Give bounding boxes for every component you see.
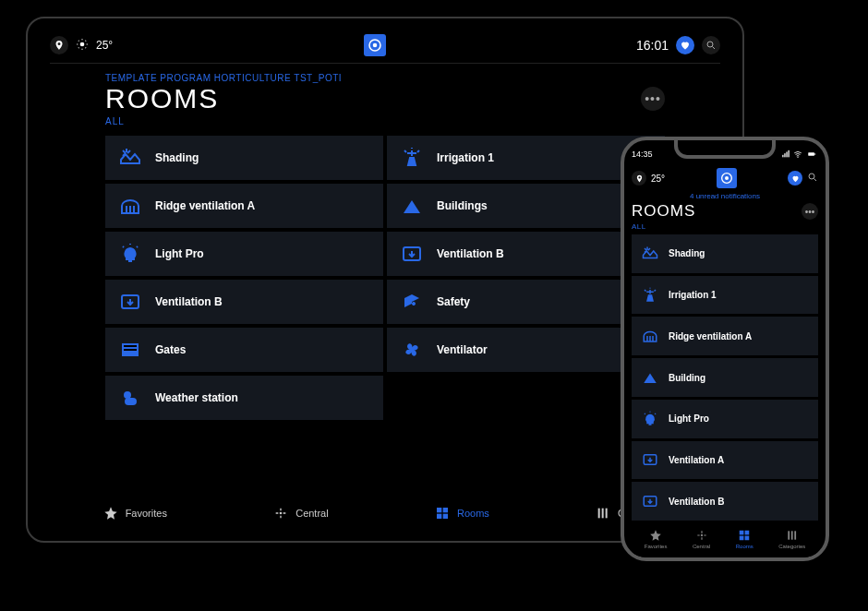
irrigation-icon xyxy=(641,286,659,305)
nav-label: Central xyxy=(295,508,328,519)
divider xyxy=(50,63,720,64)
brand-logo[interactable] xyxy=(717,168,737,188)
central-icon xyxy=(273,506,288,521)
room-label: Irrigation 1 xyxy=(437,151,494,164)
phone-bottom-nav: Favorites Central Rooms Categories xyxy=(632,521,818,557)
fan-icon xyxy=(400,338,424,362)
room-card[interactable]: Shading xyxy=(105,136,383,180)
rooms-list: ShadingIrrigation 1Ridge ventilation ABu… xyxy=(632,234,818,521)
search-icon[interactable] xyxy=(702,36,720,54)
star-icon xyxy=(103,506,118,521)
nav-label: Central xyxy=(693,544,710,549)
signal-icon xyxy=(781,150,790,159)
nav-central[interactable]: Central xyxy=(693,529,710,549)
safety-icon xyxy=(400,290,424,314)
nav-favorites[interactable]: Favorites xyxy=(645,529,668,549)
nav-categories[interactable]: Categories xyxy=(778,529,805,549)
search-icon[interactable] xyxy=(807,170,818,186)
room-card[interactable]: Weather station xyxy=(105,376,383,420)
page-title: ROOMS xyxy=(632,202,695,221)
location-icon[interactable] xyxy=(632,171,646,186)
room-label: Ridge ventilation A xyxy=(155,199,255,212)
wifi-icon xyxy=(793,150,802,159)
clock: 16:01 xyxy=(636,38,669,53)
notification-banner[interactable]: 4 unread notifications xyxy=(632,192,818,200)
room-label: Building xyxy=(669,373,705,383)
room-label: Light Pro xyxy=(669,413,709,424)
phone-notch xyxy=(674,140,776,159)
room-label: Ventilation B xyxy=(155,295,223,308)
breadcrumb[interactable]: TEMPLATE PROGRAM HORTICULTURE TST_POTI xyxy=(105,73,720,83)
buildings-icon xyxy=(641,368,659,387)
room-label: Ventilation B xyxy=(669,497,725,507)
brand-logo[interactable] xyxy=(364,34,386,56)
phone-header: 25° xyxy=(632,168,818,188)
categories-icon xyxy=(596,506,610,521)
ridge-icon xyxy=(641,327,659,345)
room-card[interactable]: Gates xyxy=(105,328,383,372)
nav-rooms[interactable]: Rooms xyxy=(435,506,489,521)
central-icon xyxy=(695,529,708,542)
page-title: ROOMS xyxy=(105,83,219,114)
nav-label: Rooms xyxy=(457,508,489,519)
temperature: 25° xyxy=(96,39,113,52)
filter-all[interactable]: ALL xyxy=(632,222,818,231)
room-label: Buildings xyxy=(437,199,488,212)
filter-all[interactable]: ALL xyxy=(105,116,720,126)
ventbox-icon xyxy=(118,290,142,314)
sun-icon xyxy=(76,38,89,54)
room-card[interactable]: Building xyxy=(632,358,818,397)
room-card[interactable]: Light Pro xyxy=(632,400,818,438)
room-label: Gates xyxy=(155,343,186,356)
room-label: Ridge ventilation A xyxy=(669,331,752,341)
more-button[interactable]: ••• xyxy=(802,203,818,220)
room-card[interactable]: Ridge ventilation A xyxy=(105,184,383,228)
room-card[interactable]: Ventilation B xyxy=(105,280,383,324)
tablet-statusbar: 25° 16:01 xyxy=(50,31,720,59)
shading-icon xyxy=(118,146,142,170)
room-card[interactable]: Ventilation A xyxy=(632,441,818,480)
location-icon[interactable] xyxy=(50,36,68,54)
nav-rooms[interactable]: Rooms xyxy=(736,529,753,549)
ventbox-icon xyxy=(641,492,659,510)
rooms-icon xyxy=(435,506,450,521)
room-label: Safety xyxy=(437,295,470,308)
heart-icon[interactable] xyxy=(676,36,694,54)
phone-time: 14:35 xyxy=(632,150,653,159)
nav-label: Rooms xyxy=(736,544,753,549)
room-card[interactable]: Irrigation 1 xyxy=(632,276,818,315)
room-label: Ventilation B xyxy=(437,247,504,260)
nav-label: Favorites xyxy=(126,508,167,519)
room-label: Light Pro xyxy=(155,247,204,260)
ridge-icon xyxy=(118,194,142,218)
nav-label: Categories xyxy=(778,544,805,549)
light-icon xyxy=(641,410,659,428)
room-label: Shading xyxy=(155,151,199,164)
nav-central[interactable]: Central xyxy=(273,506,328,521)
battery-icon xyxy=(805,150,818,159)
room-label: Weather station xyxy=(155,391,238,404)
rooms-icon xyxy=(738,529,751,542)
nav-favorites[interactable]: Favorites xyxy=(103,506,167,521)
buildings-icon xyxy=(400,194,424,218)
room-label: Irrigation 1 xyxy=(669,290,717,300)
categories-icon xyxy=(786,529,799,542)
nav-label: Favorites xyxy=(645,544,668,549)
light-icon xyxy=(118,242,142,266)
shading-icon xyxy=(641,245,659,263)
room-label: Ventilation A xyxy=(669,455,724,465)
room-card[interactable]: Ventilation B xyxy=(632,482,818,521)
room-card[interactable]: Shading xyxy=(632,234,818,273)
room-label: Ventilator xyxy=(437,343,488,356)
irrigation-icon xyxy=(400,146,424,170)
room-card[interactable]: Light Pro xyxy=(105,232,383,276)
star-icon xyxy=(649,529,662,542)
heart-icon[interactable] xyxy=(788,171,802,186)
gates-icon xyxy=(118,338,142,362)
room-card[interactable]: Ridge ventilation A xyxy=(632,317,818,355)
weather-icon xyxy=(118,386,142,410)
phone-frame: 14:35 25° 4 unread notifications ROOMS •… xyxy=(621,137,829,561)
phone-temperature: 25° xyxy=(651,174,665,184)
ventbox-icon xyxy=(400,242,424,266)
more-button[interactable]: ••• xyxy=(641,87,665,111)
